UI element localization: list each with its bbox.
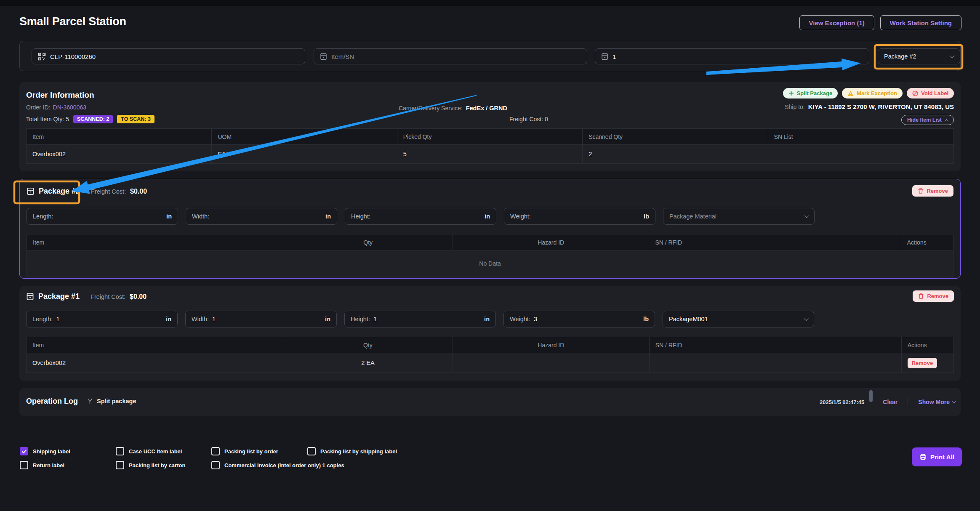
- split-icon: [87, 398, 93, 405]
- order-information-card: Order Information Order ID:DN-3600063 To…: [19, 82, 961, 171]
- length-label: Length:: [33, 213, 53, 220]
- cell-qty: 2 EA: [283, 353, 453, 373]
- package-2-card: Package #2 Freight Cost: $0.00 Remove Le…: [19, 179, 961, 279]
- weight-input[interactable]: Weight: lb: [504, 208, 655, 225]
- checkbox-label: Packing list by shipping label: [320, 448, 397, 455]
- clear-log-button[interactable]: Clear: [883, 399, 897, 405]
- chevron-up-icon: [945, 119, 949, 123]
- order-id-label: Order ID:: [26, 104, 51, 111]
- mark-exception-label: Mark Exception: [857, 90, 897, 96]
- work-station-setting-button[interactable]: Work Station Setting: [880, 15, 961, 30]
- scrollbar-thumb[interactable]: [869, 390, 873, 402]
- item-sn-input[interactable]: Item/SN: [314, 48, 587, 64]
- quantity-input[interactable]: 1: [595, 48, 869, 64]
- print-all-button[interactable]: Print All: [912, 447, 962, 466]
- remove-item-button[interactable]: Remove: [908, 358, 937, 368]
- width-unit: in: [325, 316, 330, 322]
- checkbox-icon: [20, 447, 28, 455]
- hide-item-list-button[interactable]: Hide Item List: [901, 115, 954, 125]
- width-input[interactable]: Width: 1 in: [185, 311, 337, 327]
- operation-log-controls: 2025/1/5 02:47:45 Clear Show More: [820, 388, 956, 416]
- length-value: 1: [56, 316, 59, 322]
- col-actions: Actions: [901, 234, 953, 250]
- width-label: Width:: [192, 316, 209, 322]
- checkbox-commercial-invoice[interactable]: Commercial Invoice (Intel order only) 1 …: [211, 461, 344, 469]
- package-material-select[interactable]: Package Material: [663, 208, 815, 225]
- order-id-link[interactable]: DN-3600063: [53, 104, 86, 111]
- package-icon: [27, 187, 35, 196]
- chevron-down-icon: [950, 53, 954, 58]
- checkbox-label: Return label: [33, 462, 64, 468]
- operation-log-timestamp: 2025/1/5 02:47:45: [820, 399, 864, 405]
- trash-icon: [918, 188, 924, 194]
- cell-scanned-qty: 2: [583, 145, 768, 163]
- weight-label: Weight:: [510, 316, 530, 322]
- checkbox-icon: [211, 461, 220, 469]
- checkbox-label: Case UCC item label: [129, 448, 182, 455]
- container-id-input[interactable]: CLP-110000260: [32, 48, 305, 64]
- length-input[interactable]: Length: 1 in: [26, 311, 178, 327]
- freight-cost-label: Freight Cost:: [91, 188, 126, 195]
- order-information-title: Order Information: [26, 90, 94, 100]
- length-unit: in: [166, 213, 172, 220]
- freight-cost-value: $0.00: [130, 293, 146, 301]
- cell-sn-rfid: [650, 353, 902, 373]
- length-input[interactable]: Length: in: [27, 208, 178, 225]
- checkbox-packing-list-by-carton[interactable]: Packing list by carton: [116, 461, 185, 469]
- checkbox-label: Packing list by carton: [129, 462, 185, 468]
- order-freight-cost: Freight Cost: 0: [509, 116, 548, 122]
- checkbox-icon: [211, 447, 220, 455]
- no-data-placeholder: No Data: [27, 250, 953, 277]
- remove-package-1-button[interactable]: Remove: [913, 290, 954, 302]
- operation-log-entry-text: Split package: [97, 398, 136, 405]
- show-more-button[interactable]: Show More: [918, 399, 956, 405]
- package-1-title: Package #1: [38, 292, 80, 301]
- qr-scan-icon: [38, 53, 46, 61]
- checkbox-packing-list-by-order[interactable]: Packing list by order: [211, 447, 278, 455]
- checkbox-case-ucc-item-label[interactable]: Case UCC item label: [116, 447, 182, 455]
- checkbox-packing-list-by-shipping-label[interactable]: Packing list by shipping label: [307, 447, 397, 455]
- package-icon: [601, 53, 608, 61]
- cell-hazard-id: [453, 353, 650, 373]
- table-row: Overbox002 2 EA Remove: [26, 353, 954, 373]
- total-item-qty: Total Item Qty: 5: [26, 116, 69, 122]
- cell-item: Overbox002: [27, 353, 283, 373]
- checkbox-return-label[interactable]: Return label: [20, 461, 64, 469]
- view-exception-button[interactable]: View Exception (1): [799, 15, 874, 30]
- height-unit: in: [484, 316, 490, 322]
- printer-icon: [919, 453, 927, 460]
- width-input[interactable]: Width: in: [186, 208, 337, 225]
- weight-value: 3: [534, 316, 537, 322]
- length-unit: in: [166, 316, 171, 322]
- void-label-button[interactable]: Void Label: [907, 88, 954, 98]
- col-actions: Actions: [902, 337, 953, 353]
- order-items-table: Item UOM Picked Qty Scanned Qty SN List …: [26, 128, 954, 164]
- weight-input[interactable]: Weight: 3 lb: [503, 311, 655, 327]
- carrier-label: Carrier/Delivery Service:: [399, 105, 463, 112]
- divider: [908, 398, 908, 406]
- package-material-value: Package Material: [669, 213, 716, 220]
- carrier-value: FedEx / GRND: [466, 105, 507, 112]
- cell-item: Overbox002: [27, 145, 212, 163]
- remove-label: Remove: [927, 188, 948, 194]
- remove-label: Remove: [927, 293, 948, 299]
- col-qty: Qty: [283, 337, 453, 353]
- col-sn-rfid: SN / RFID: [650, 337, 902, 353]
- split-package-button[interactable]: Split Package: [783, 88, 838, 98]
- trash-icon: [918, 293, 924, 299]
- package-2-title: Package #2: [39, 187, 80, 196]
- chevron-down-icon: [952, 399, 956, 403]
- checkbox-label: Commercial Invoice (Intel order only) 1 …: [224, 462, 344, 468]
- checkbox-shipping-label[interactable]: Shipping label: [20, 447, 70, 455]
- scanned-badge: SCANNED: 2: [73, 115, 113, 123]
- package-material-select[interactable]: PackageM001: [663, 311, 814, 327]
- mark-exception-button[interactable]: Mark Exception: [842, 88, 903, 98]
- height-input[interactable]: Height: 1 in: [344, 311, 496, 327]
- height-input[interactable]: Height: in: [345, 208, 496, 225]
- cell-actions: Remove: [902, 353, 953, 373]
- remove-package-2-button[interactable]: Remove: [912, 185, 953, 197]
- package-select[interactable]: Package #2: [878, 48, 960, 64]
- freight-cost-value: $0.00: [130, 188, 147, 195]
- width-label: Width:: [192, 213, 209, 220]
- ship-to-row: Ship to:KIYA - 11892 S 2700 W, RIVERTON,…: [785, 103, 954, 110]
